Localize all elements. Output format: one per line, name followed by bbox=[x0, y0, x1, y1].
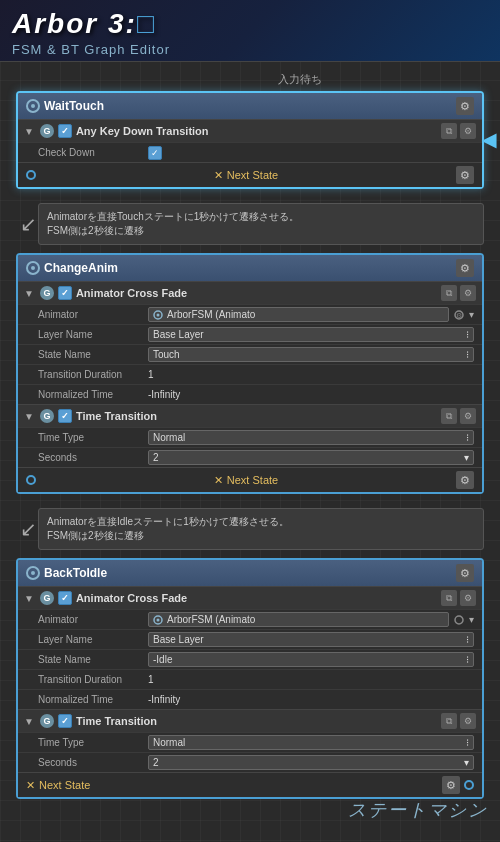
collapse-arrow-cf2[interactable]: ▼ bbox=[24, 593, 34, 604]
copy-icon-tt2[interactable]: ⧉ bbox=[441, 713, 457, 729]
right-arrow-indicator: ◀ bbox=[482, 129, 496, 151]
prop-value-layer1: Base Layer ⁝ bbox=[148, 327, 474, 342]
state-header-waittouch: WaitTouch ⚙ ◀ bbox=[18, 93, 482, 119]
prop-label-animator2: Animator bbox=[38, 614, 148, 625]
dropdown-icon-state2: ⁝ bbox=[466, 654, 469, 665]
prop-value-transdur2: 1 bbox=[148, 674, 474, 685]
checkbox-tt2[interactable]: ✓ bbox=[58, 714, 72, 728]
c-icon-tt2: G bbox=[40, 714, 54, 728]
seconds-select-2[interactable]: 2 ▾ bbox=[148, 755, 474, 770]
timetype-select-1[interactable]: Normal ⁝ bbox=[148, 430, 474, 445]
animator-field-2[interactable]: ArborFSM (Animato bbox=[148, 612, 449, 627]
state-select-2[interactable]: -Idle ⁝ bbox=[148, 652, 474, 667]
copy-icon-tt1[interactable]: ⧉ bbox=[441, 408, 457, 424]
next-state-label-waittouch: ✕ Next State bbox=[214, 169, 278, 182]
behavior-title-crossfade1: ▼ G ✓ Animator Cross Fade bbox=[24, 286, 187, 300]
prop-label-state2: State Name bbox=[38, 654, 148, 665]
gear-icon-cf2[interactable]: ⚙ bbox=[460, 590, 476, 606]
checkbox-checkdown[interactable]: ✓ bbox=[148, 146, 162, 160]
prop-transitiondur-1: Transition Duration 1 bbox=[18, 364, 482, 384]
prop-value-layer2: Base Layer ⁝ bbox=[148, 632, 474, 647]
settings-icon-anim2[interactable] bbox=[453, 614, 465, 626]
gear-icon-tt2[interactable]: ⚙ bbox=[460, 713, 476, 729]
gear-next-state-backtoidle[interactable]: ⚙ bbox=[442, 776, 460, 794]
collapse-arrow[interactable]: ▼ bbox=[24, 126, 34, 137]
gear-next-state-waittouch[interactable]: ⚙ bbox=[456, 166, 474, 184]
state-header-backtoidle: BackToIdle ⚙ bbox=[18, 560, 482, 586]
state-select-1[interactable]: Touch ⁝ bbox=[148, 347, 474, 362]
c-icon-tt1: G bbox=[40, 409, 54, 423]
gear-button-backtoidle[interactable]: ⚙ bbox=[456, 564, 474, 582]
prop-animator-2: Animator ArborFSM (Animato ▾ bbox=[18, 609, 482, 629]
gear-icon-tt1[interactable]: ⚙ bbox=[460, 408, 476, 424]
left-connector-dot-waittouch bbox=[26, 170, 36, 180]
next-state-right-backtoidle: ⚙ bbox=[442, 776, 474, 794]
prop-seconds-1: Seconds 2 ▾ bbox=[18, 447, 482, 467]
animator-field-1[interactable]: ArborFSM (Animato bbox=[148, 307, 449, 322]
behavior-animator-crossfade-1: ▼ G ✓ Animator Cross Fade ⧉ ⚙ bbox=[18, 281, 482, 304]
prop-label-seconds1: Seconds bbox=[38, 452, 148, 463]
svg-text:⚙: ⚙ bbox=[456, 312, 462, 319]
prop-label-checkdown: Check Down bbox=[38, 147, 148, 158]
seconds-select-1[interactable]: 2 ▾ bbox=[148, 450, 474, 465]
dropdown-arrow-anim1[interactable]: ▾ bbox=[469, 309, 474, 320]
c-icon-cf1: G bbox=[40, 286, 54, 300]
prop-label-transdur1: Transition Duration bbox=[38, 369, 148, 380]
gear-next-state-changeanim[interactable]: ⚙ bbox=[456, 471, 474, 489]
behavior-title-timetrans2: ▼ G ✓ Time Transition bbox=[24, 714, 157, 728]
prop-label-layer2: Layer Name bbox=[38, 634, 148, 645]
svg-point-0 bbox=[31, 104, 35, 108]
checkbox-cf1[interactable]: ✓ bbox=[58, 286, 72, 300]
gear-button-waittouch[interactable]: ⚙ bbox=[456, 97, 474, 115]
timetype-select-2[interactable]: Normal ⁝ bbox=[148, 735, 474, 750]
checkbox-tt1[interactable]: ✓ bbox=[58, 409, 72, 423]
prop-label-normtime2: Normalized Time bbox=[38, 694, 148, 705]
gear-button-changeanim[interactable]: ⚙ bbox=[456, 259, 474, 277]
prop-value-normtime2: -Infinity bbox=[148, 694, 474, 705]
c-icon-cf2: G bbox=[40, 591, 54, 605]
dropdown-arrow-anim2[interactable]: ▾ bbox=[469, 614, 474, 625]
prop-label-animator1: Animator bbox=[38, 309, 148, 320]
collapse-arrow-tt1[interactable]: ▼ bbox=[24, 411, 34, 422]
behavior-icons-cf1: ⧉ ⚙ bbox=[441, 285, 476, 301]
prop-value-timetype2: Normal ⁝ bbox=[148, 735, 474, 750]
prop-label-state1: State Name bbox=[38, 349, 148, 360]
checkbox-anykey[interactable]: ✓ bbox=[58, 124, 72, 138]
prop-value-animator1: ArborFSM (Animato ⚙ ▾ bbox=[148, 307, 474, 322]
state-node-changeanim: ChangeAnim ⚙ ▼ G ✓ Animator Cross Fade ⧉… bbox=[8, 253, 492, 494]
behavior-animator-crossfade-2: ▼ G ✓ Animator Cross Fade ⧉ ⚙ bbox=[18, 586, 482, 609]
prop-normtime-1: Normalized Time -Infinity bbox=[18, 384, 482, 404]
checkbox-cf2[interactable]: ✓ bbox=[58, 591, 72, 605]
svg-point-8 bbox=[157, 618, 160, 621]
gear-icon-cf1[interactable]: ⚙ bbox=[460, 285, 476, 301]
prop-label-transdur2: Transition Duration bbox=[38, 674, 148, 685]
version-icon: □ bbox=[137, 8, 156, 39]
arrow-left-1: ↙ bbox=[20, 212, 37, 236]
prop-statename-1: State Name Touch ⁝ bbox=[18, 344, 482, 364]
prop-normtime-2: Normalized Time -Infinity bbox=[18, 689, 482, 709]
collapse-arrow-cf1[interactable]: ▼ bbox=[24, 288, 34, 299]
layer-select-2[interactable]: Base Layer ⁝ bbox=[148, 632, 474, 647]
copy-icon-cf2[interactable]: ⧉ bbox=[441, 590, 457, 606]
dropdown-icon-seconds1: ▾ bbox=[464, 452, 469, 463]
state-icon-backtoidle bbox=[26, 566, 40, 580]
next-state-row-backtoidle: ✕ Next State ⚙ bbox=[18, 772, 482, 797]
behavior-icons-tt1: ⧉ ⚙ bbox=[441, 408, 476, 424]
prop-value-transdur1: 1 bbox=[148, 369, 474, 380]
settings-icon-anim1[interactable]: ⚙ bbox=[453, 309, 465, 321]
state-icon-waittouch bbox=[26, 99, 40, 113]
prop-seconds-2: Seconds 2 ▾ bbox=[18, 752, 482, 772]
collapse-arrow-tt2[interactable]: ▼ bbox=[24, 716, 34, 727]
behavior-time-transition-1: ▼ G ✓ Time Transition ⧉ ⚙ bbox=[18, 404, 482, 427]
copy-icon[interactable]: ⧉ bbox=[441, 123, 457, 139]
gear-icon-anykey[interactable]: ⚙ bbox=[460, 123, 476, 139]
copy-icon-cf1[interactable]: ⧉ bbox=[441, 285, 457, 301]
behavior-title-anykey: ▼ G ✓ Any Key Down Transition bbox=[24, 124, 209, 138]
comment-text-2: Animatorを直接Idleステートに1秒かけて遷移させる。 FSM側は2秒後… bbox=[38, 508, 484, 550]
state-header-changeanim: ChangeAnim ⚙ bbox=[18, 255, 482, 281]
prop-value-checkdown: ✓ bbox=[148, 146, 474, 160]
next-state-label-changeanim: ✕ Next State bbox=[214, 474, 278, 487]
app-title: Arbor 3:□ bbox=[12, 8, 488, 40]
layer-select-1[interactable]: Base Layer ⁝ bbox=[148, 327, 474, 342]
svg-point-6 bbox=[31, 571, 35, 575]
